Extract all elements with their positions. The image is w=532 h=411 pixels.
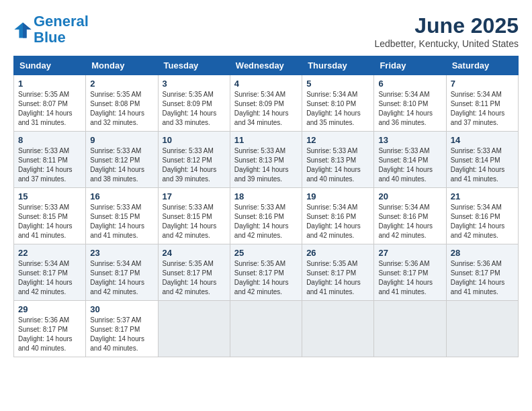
day-number: 9: [90, 135, 153, 145]
calendar-week-row: 8Sunrise: 5:33 AM Sunset: 8:11 PM Daylig…: [14, 132, 519, 188]
cell-details: Sunrise: 5:33 AM Sunset: 8:15 PM Dayligh…: [90, 203, 153, 240]
svg-marker-1: [23, 23, 32, 38]
cell-details: Sunrise: 5:35 AM Sunset: 8:09 PM Dayligh…: [163, 90, 226, 128]
calendar-cell: 1Sunrise: 5:35 AM Sunset: 8:07 PM Daylig…: [14, 75, 86, 132]
cell-details: Sunrise: 5:36 AM Sunset: 8:17 PM Dayligh…: [451, 259, 514, 297]
cell-details: Sunrise: 5:34 AM Sunset: 8:16 PM Dayligh…: [306, 203, 369, 240]
calendar-cell: [158, 301, 230, 357]
calendar-cell: 7Sunrise: 5:34 AM Sunset: 8:11 PM Daylig…: [446, 75, 518, 132]
calendar-cell: 3Sunrise: 5:35 AM Sunset: 8:09 PM Daylig…: [158, 75, 230, 132]
calendar-cell: 8Sunrise: 5:33 AM Sunset: 8:11 PM Daylig…: [14, 132, 86, 188]
cell-details: Sunrise: 5:34 AM Sunset: 8:17 PM Dayligh…: [18, 259, 81, 297]
day-number: 14: [451, 135, 514, 145]
cell-details: Sunrise: 5:33 AM Sunset: 8:15 PM Dayligh…: [163, 203, 226, 240]
cell-details: Sunrise: 5:35 AM Sunset: 8:08 PM Dayligh…: [90, 90, 153, 128]
day-number: 8: [18, 135, 81, 145]
day-number: 6: [378, 79, 441, 89]
day-number: 7: [451, 79, 514, 89]
calendar-cell: 16Sunrise: 5:33 AM Sunset: 8:15 PM Dayli…: [86, 188, 158, 244]
page-header: GeneralBlue June 2025 Ledbetter, Kentuck…: [13, 13, 519, 49]
weekday-header: Friday: [374, 56, 446, 75]
day-number: 26: [306, 248, 369, 258]
day-number: 11: [234, 135, 298, 145]
calendar-cell: 17Sunrise: 5:33 AM Sunset: 8:15 PM Dayli…: [158, 188, 230, 244]
day-number: 27: [378, 248, 441, 258]
month-title: June 2025: [374, 13, 519, 38]
day-number: 5: [306, 79, 369, 89]
day-number: 29: [18, 304, 81, 314]
cell-details: Sunrise: 5:36 AM Sunset: 8:17 PM Dayligh…: [18, 316, 81, 353]
day-number: 25: [234, 248, 298, 258]
weekday-header: Tuesday: [158, 56, 230, 75]
logo-icon: [13, 20, 32, 39]
cell-details: Sunrise: 5:33 AM Sunset: 8:12 PM Dayligh…: [90, 146, 153, 184]
cell-details: Sunrise: 5:33 AM Sunset: 8:13 PM Dayligh…: [234, 146, 298, 184]
calendar-cell: 29Sunrise: 5:36 AM Sunset: 8:17 PM Dayli…: [14, 301, 86, 357]
calendar-cell: 22Sunrise: 5:34 AM Sunset: 8:17 PM Dayli…: [14, 244, 86, 301]
cell-details: Sunrise: 5:33 AM Sunset: 8:14 PM Dayligh…: [378, 146, 441, 184]
calendar-cell: [230, 301, 302, 357]
calendar-cell: 9Sunrise: 5:33 AM Sunset: 8:12 PM Daylig…: [86, 132, 158, 188]
day-number: 3: [163, 79, 226, 89]
calendar-week-row: 29Sunrise: 5:36 AM Sunset: 8:17 PM Dayli…: [14, 301, 519, 357]
cell-details: Sunrise: 5:36 AM Sunset: 8:17 PM Dayligh…: [378, 259, 441, 297]
day-number: 19: [306, 191, 369, 201]
weekday-header: Sunday: [14, 56, 86, 75]
calendar-week-row: 1Sunrise: 5:35 AM Sunset: 8:07 PM Daylig…: [14, 75, 519, 132]
calendar-week-row: 15Sunrise: 5:33 AM Sunset: 8:15 PM Dayli…: [14, 188, 519, 244]
calendar-cell: 12Sunrise: 5:33 AM Sunset: 8:13 PM Dayli…: [302, 132, 374, 188]
calendar-cell: 25Sunrise: 5:35 AM Sunset: 8:17 PM Dayli…: [230, 244, 302, 301]
cell-details: Sunrise: 5:33 AM Sunset: 8:14 PM Dayligh…: [451, 146, 514, 184]
calendar-cell: 6Sunrise: 5:34 AM Sunset: 8:10 PM Daylig…: [374, 75, 446, 132]
calendar-cell: [302, 301, 374, 357]
day-number: 30: [90, 304, 153, 314]
calendar-cell: 24Sunrise: 5:35 AM Sunset: 8:17 PM Dayli…: [158, 244, 230, 301]
calendar-cell: 20Sunrise: 5:34 AM Sunset: 8:16 PM Dayli…: [374, 188, 446, 244]
day-number: 22: [18, 248, 81, 258]
day-number: 2: [90, 79, 153, 89]
cell-details: Sunrise: 5:35 AM Sunset: 8:17 PM Dayligh…: [306, 259, 369, 297]
cell-details: Sunrise: 5:33 AM Sunset: 8:11 PM Dayligh…: [18, 146, 81, 184]
calendar-cell: [374, 301, 446, 357]
calendar-cell: 19Sunrise: 5:34 AM Sunset: 8:16 PM Dayli…: [302, 188, 374, 244]
day-number: 21: [451, 191, 514, 201]
cell-details: Sunrise: 5:33 AM Sunset: 8:15 PM Dayligh…: [18, 203, 81, 240]
calendar-cell: 27Sunrise: 5:36 AM Sunset: 8:17 PM Dayli…: [374, 244, 446, 301]
cell-details: Sunrise: 5:34 AM Sunset: 8:11 PM Dayligh…: [451, 90, 514, 128]
cell-details: Sunrise: 5:34 AM Sunset: 8:16 PM Dayligh…: [451, 203, 514, 240]
cell-details: Sunrise: 5:35 AM Sunset: 8:17 PM Dayligh…: [163, 259, 226, 297]
title-block: June 2025 Ledbetter, Kentucky, United St…: [374, 13, 519, 49]
day-number: 4: [234, 79, 298, 89]
day-number: 12: [306, 135, 369, 145]
location: Ledbetter, Kentucky, United States: [374, 38, 519, 49]
weekday-header: Wednesday: [230, 56, 302, 75]
calendar-cell: 26Sunrise: 5:35 AM Sunset: 8:17 PM Dayli…: [302, 244, 374, 301]
day-number: 16: [90, 191, 153, 201]
calendar-cell: 15Sunrise: 5:33 AM Sunset: 8:15 PM Dayli…: [14, 188, 86, 244]
cell-details: Sunrise: 5:34 AM Sunset: 8:09 PM Dayligh…: [234, 90, 298, 128]
day-number: 18: [234, 191, 298, 201]
day-number: 13: [378, 135, 441, 145]
day-number: 1: [18, 79, 81, 89]
calendar-cell: 13Sunrise: 5:33 AM Sunset: 8:14 PM Dayli…: [374, 132, 446, 188]
cell-details: Sunrise: 5:34 AM Sunset: 8:17 PM Dayligh…: [90, 259, 153, 297]
day-number: 20: [378, 191, 441, 201]
calendar-cell: 14Sunrise: 5:33 AM Sunset: 8:14 PM Dayli…: [446, 132, 518, 188]
calendar-cell: 4Sunrise: 5:34 AM Sunset: 8:09 PM Daylig…: [230, 75, 302, 132]
cell-details: Sunrise: 5:34 AM Sunset: 8:10 PM Dayligh…: [378, 90, 441, 128]
cell-details: Sunrise: 5:35 AM Sunset: 8:07 PM Dayligh…: [18, 90, 81, 128]
day-number: 10: [163, 135, 226, 145]
calendar-cell: 11Sunrise: 5:33 AM Sunset: 8:13 PM Dayli…: [230, 132, 302, 188]
calendar-week-row: 22Sunrise: 5:34 AM Sunset: 8:17 PM Dayli…: [14, 244, 519, 301]
day-number: 15: [18, 191, 81, 201]
day-number: 28: [451, 248, 514, 258]
calendar-cell: 10Sunrise: 5:33 AM Sunset: 8:12 PM Dayli…: [158, 132, 230, 188]
calendar-cell: [446, 301, 518, 357]
calendar-cell: 21Sunrise: 5:34 AM Sunset: 8:16 PM Dayli…: [446, 188, 518, 244]
cell-details: Sunrise: 5:33 AM Sunset: 8:13 PM Dayligh…: [306, 146, 369, 184]
cell-details: Sunrise: 5:37 AM Sunset: 8:17 PM Dayligh…: [90, 316, 153, 353]
cell-details: Sunrise: 5:34 AM Sunset: 8:10 PM Dayligh…: [306, 90, 369, 128]
calendar-cell: 5Sunrise: 5:34 AM Sunset: 8:10 PM Daylig…: [302, 75, 374, 132]
day-number: 17: [163, 191, 226, 201]
weekday-header: Saturday: [446, 56, 518, 75]
